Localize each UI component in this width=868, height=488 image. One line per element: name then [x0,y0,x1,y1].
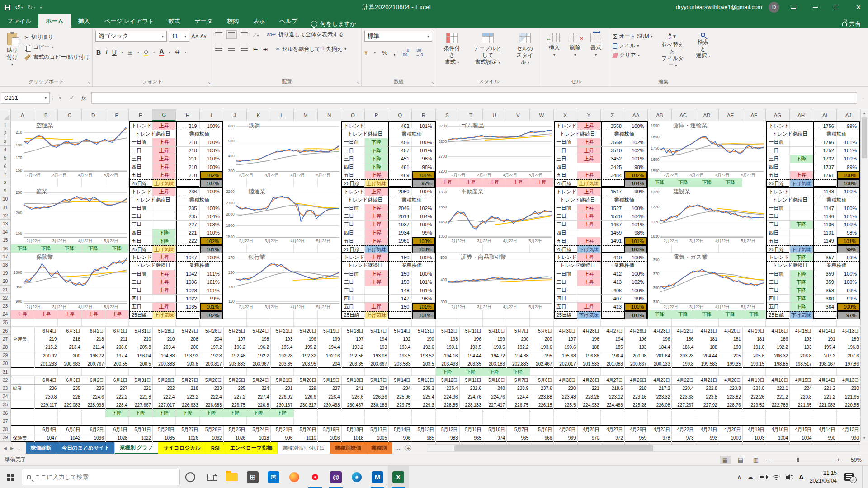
value-cell[interactable]: 1005 [365,434,389,442]
date-cell[interactable]: 5月28日 [153,327,176,335]
value-cell[interactable]: 230.8 [35,393,58,401]
value-cell[interactable]: 225 [224,385,247,392]
row-header-39[interactable]: 39 [0,434,11,442]
align-right-icon[interactable] [241,47,248,52]
share-button[interactable]: 共有 [842,20,868,28]
sheet-tab-株価診断[interactable]: 株価診断 [26,442,57,454]
value-cell[interactable]: 223.8 [695,393,719,401]
value-cell[interactable]: 224 [247,385,271,392]
value-cell[interactable]: 195.4 [271,343,294,351]
date-cell[interactable]: 5月19日 [318,376,341,384]
value-cell[interactable]: 229.3 [412,401,436,409]
at-icon[interactable]: @ [326,466,346,488]
value-cell[interactable]: 224.76 [460,393,483,401]
value-cell[interactable]: 196.2 [247,343,271,351]
value-cell[interactable]: 230.317 [294,401,318,409]
date-cell[interactable]: 5月24日 [247,426,271,433]
row-header-18[interactable]: 18 [0,261,11,269]
horizontal-scrollbar-thumb[interactable] [454,445,653,451]
date-cell[interactable]: 5月24日 [247,376,271,384]
ribbon-tab-file[interactable]: ファイル [0,14,38,28]
value-cell[interactable]: 197 [554,335,577,343]
font-name-select[interactable]: 游ゴシック▾ [95,31,167,42]
row-header-30[interactable]: 30 [0,360,11,368]
value-cell[interactable]: 201.64 [648,352,672,360]
date-cell[interactable]: 4月26日 [625,376,648,384]
tell-me-search[interactable]: 何をしますか [305,20,363,28]
row-header-15[interactable]: 15 [0,236,11,244]
date-cell[interactable]: 4月28日 [578,426,601,433]
insert-cells-button[interactable]: ← 挿入▾ [545,31,563,77]
column-header-R[interactable]: R [412,109,435,121]
date-cell[interactable]: 4月28日 [578,327,601,335]
row-header-7[interactable]: 7 [0,170,11,178]
column-header-AE[interactable]: AE [719,109,742,121]
date-cell[interactable]: 5月13日 [412,327,436,335]
value-cell[interactable]: 193.5 [460,343,483,351]
sheet-tab-RSI[interactable]: RSI [206,442,225,454]
value-cell[interactable]: 197.4 [106,352,129,360]
value-cell[interactable]: 229.117 [35,401,58,409]
value-cell[interactable]: 199.15 [743,360,766,368]
align-center-icon[interactable] [228,47,235,52]
value-cell[interactable]: 183 [625,343,648,351]
value-cell[interactable]: 210 [153,335,176,343]
value-cell[interactable]: 193 [436,335,459,343]
value-cell[interactable]: 228.933 [82,401,106,409]
value-cell[interactable]: 226.4 [318,393,341,401]
ribbon-tab-3[interactable]: ページ レイアウト [97,14,161,28]
value-cell[interactable]: 219 [35,335,58,343]
column-header-AC[interactable]: AC [672,109,695,121]
date-cell[interactable]: 5月11日 [460,426,483,433]
customize-qat-button[interactable]: ▾ [40,5,42,9]
date-cell[interactable]: 5月21日 [271,327,294,335]
value-cell[interactable]: 192 [389,335,412,343]
date-cell[interactable]: 5月31日 [129,376,153,384]
zoom-in-button[interactable]: + [837,457,840,463]
value-cell[interactable]: 201.533 [578,360,601,368]
date-cell[interactable]: 4月14日 [813,426,837,433]
close-button[interactable]: × [851,0,866,14]
font-dialog-launcher[interactable]: ↘ [207,80,211,85]
date-cell[interactable]: 5月6日 [530,376,554,384]
date-cell[interactable]: 5月25日 [224,426,247,433]
date-cell[interactable]: 6月1日 [106,376,129,384]
decrease-decimal-button[interactable]: .00→.0 [415,48,423,57]
cortana-icon[interactable] [180,466,201,488]
date-cell[interactable]: 5月25日 [224,376,247,384]
value-cell[interactable]: 188 [695,343,719,351]
date-cell[interactable]: 4月21日 [695,327,719,335]
column-header-B[interactable]: B [34,109,58,121]
value-cell[interactable]: 194.44 [460,352,483,360]
formula-input[interactable] [91,92,857,104]
row-header-5[interactable]: 5 [0,154,11,162]
date-cell[interactable]: 4月22日 [672,376,695,384]
date-cell[interactable]: 6月1日 [106,327,129,335]
value-cell[interactable]: 240 [483,385,507,392]
value-cell[interactable]: 195.4 [813,343,837,351]
value-cell[interactable]: 196 [625,335,648,343]
value-cell[interactable]: 193 [365,343,389,351]
format-painter-button[interactable]: 書式のコピー/貼り付け [24,53,90,61]
value-cell[interactable]: 969 [554,434,577,442]
volume-icon[interactable] [786,474,793,480]
merge-center-button[interactable]: ⬄セルを結合して中央揃え▾ [276,45,346,53]
value-cell[interactable]: 1004 [790,434,813,442]
value-cell[interactable]: 203.817 [200,360,224,368]
value-cell[interactable]: 223.12 [601,393,625,401]
value-cell[interactable]: 193.2 [342,343,365,351]
value-cell[interactable]: 221.2 [813,393,837,401]
value-cell[interactable]: 232.6 [460,385,483,392]
value-cell[interactable]: 197 [342,335,365,343]
value-cell[interactable]: 196.88 [578,352,601,360]
date-cell[interactable]: 5月12日 [436,376,459,384]
date-cell[interactable]: 6月2日 [82,426,106,433]
zoom-slider-thumb[interactable] [797,458,799,462]
value-cell[interactable]: 203.583 [389,360,412,368]
value-cell[interactable]: 223.8 [743,385,766,392]
value-cell[interactable]: 203.883 [224,360,247,368]
row-header-3[interactable]: 3 [0,137,11,145]
horizontal-scrollbar[interactable] [427,444,859,452]
value-cell[interactable]: 203.85 [271,360,294,368]
value-cell[interactable]: 193.1 [436,343,459,351]
